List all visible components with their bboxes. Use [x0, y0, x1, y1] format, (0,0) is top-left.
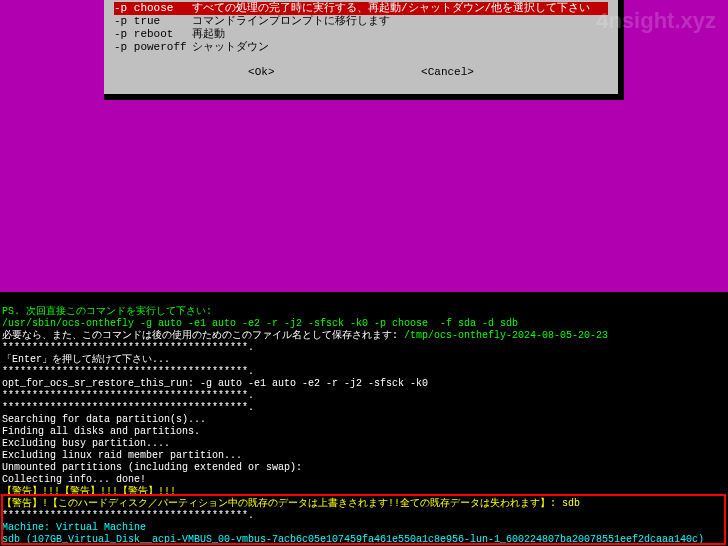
terminal-line: PS. 次回直接このコマンドを実行して下さい: — [2, 306, 212, 317]
terminal-line: ****************************************… — [2, 390, 254, 401]
terminal-line: Excluding busy partition.... — [2, 438, 170, 449]
machine-line: Machine: Virtual Machine — [2, 522, 146, 533]
sdb-line: sdb (107GB_Virtual_Disk__acpi-VMBUS_00-v… — [2, 534, 704, 545]
terminal-line: opt_for_ocs_sr_restore_this_run: -g auto… — [2, 378, 428, 389]
option-p-true[interactable]: -p trueコマンドラインプロンプトに移行します — [114, 15, 608, 28]
terminal-line: 「Enter」を押して続けて下さい... — [2, 354, 170, 365]
terminal-line: Unmounted partitions (including extended… — [2, 462, 302, 473]
terminal-line: Finding all disks and partitions. — [2, 426, 200, 437]
warning-line: 【警告】!【このハードディスク／パーティション中の既存のデータは上書きされます!… — [2, 498, 580, 509]
terminal-line: ****************************************… — [2, 402, 254, 413]
terminal-line: /usr/sbin/ocs-onthefly -g auto -e1 auto … — [2, 318, 518, 329]
ok-button[interactable]: <Ok> — [248, 66, 274, 78]
terminal-line: ****************************************… — [2, 366, 254, 377]
dialog-window: -p chooseすべての処理の完了時に実行する、再起動/シャットダウン/他を選… — [104, 0, 624, 100]
dialog-options-list: -p chooseすべての処理の完了時に実行する、再起動/シャットダウン/他を選… — [104, 0, 618, 58]
option-p-poweroff[interactable]: -p poweroffシャットダウン — [114, 41, 608, 54]
terminal-line: Collecting info... done! — [2, 474, 146, 485]
option-p-choose[interactable]: -p chooseすべての処理の完了時に実行する、再起動/シャットダウン/他を選… — [114, 2, 608, 15]
terminal-line: Searching for data partition(s)... — [2, 414, 206, 425]
terminal-line: ****************************************… — [2, 342, 254, 353]
cancel-button[interactable]: <Cancel> — [421, 66, 474, 78]
warning-line: 【警告】!!!【警告】!!!【警告】!!! — [2, 486, 176, 497]
option-p-reboot[interactable]: -p reboot再起動 — [114, 28, 608, 41]
terminal-line: ****************************************… — [2, 510, 254, 521]
terminal-line: 必要なら、また、このコマンドは後の使用のためのこのファイル名として保存されます: — [2, 330, 404, 341]
terminal-line: Excluding linux raid member partition... — [2, 450, 242, 461]
terminal-output: PS. 次回直接このコマンドを実行して下さい: /usr/sbin/ocs-on… — [0, 292, 728, 546]
